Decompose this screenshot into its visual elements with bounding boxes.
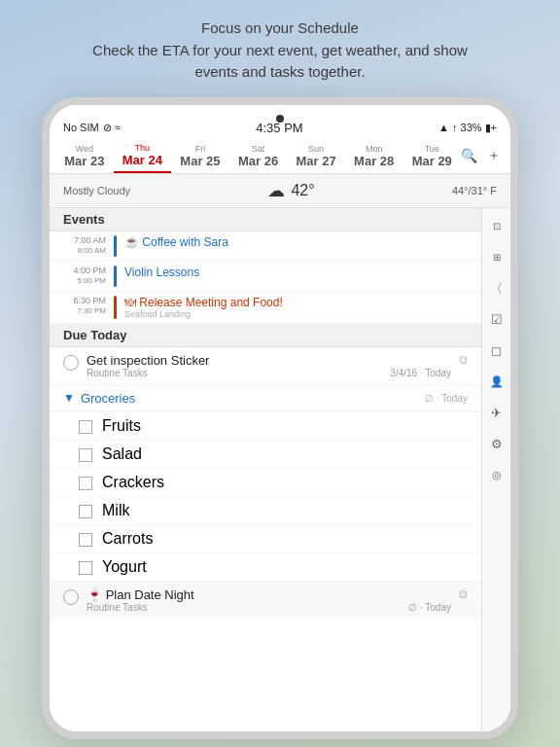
checklist-icon[interactable]: ☑: [486, 309, 508, 331]
grocery-header: ▼ Groceries ∅ · Today: [50, 385, 481, 412]
main-content: Events 7:00 AM 8:00 AM ☕ Coffee with Sar…: [50, 208, 510, 731]
event-subtitle-meeting: Seafood Landing: [124, 309, 468, 319]
wifi-icon: ⊘ ≈: [103, 122, 121, 134]
task-date-inspection: 3/4/16 · Today: [390, 368, 451, 378]
grocery-item-salad: Salad: [50, 441, 481, 469]
grocery-item-crackers: Crackers: [50, 469, 481, 497]
search-icon[interactable]: 🔍: [461, 148, 477, 163]
grocery-item-yogurt: Yogurt: [50, 553, 481, 582]
tab-mon[interactable]: Mon Mar 28: [345, 140, 403, 172]
tab-fri[interactable]: Fri Mar 25: [171, 140, 229, 172]
event-details-coffee: ☕ Coffee with Sara: [124, 235, 468, 249]
grocery-label-carrots: Carrots: [102, 530, 153, 548]
task-meta-plan-date: Routine Tasks ∅ · Today: [87, 602, 451, 613]
copy-icon: ⧉: [459, 353, 468, 367]
task-title-inspection: Get inspection Sticker: [87, 353, 451, 368]
cloud-icon: ☁: [267, 180, 285, 201]
checkbox-crackers[interactable]: [79, 477, 92, 490]
copy-icon-plan: ⧉: [459, 587, 468, 601]
carrier-label: No SIM: [63, 122, 99, 133]
event-bar-coffee: [114, 235, 117, 257]
expand-icon[interactable]: ⊡: [486, 216, 508, 237]
event-violin: 4:00 PM 5:00 PM Violin Lessons: [50, 262, 481, 292]
battery-pct: 33%: [461, 122, 482, 133]
event-time-coffee: 7:00 AM 8:00 AM: [63, 235, 106, 257]
temperature: 42°: [291, 182, 314, 199]
battery-icon: ▮+: [485, 122, 497, 134]
promo-line3: events and tasks together.: [194, 63, 365, 80]
grocery-label-milk: Milk: [102, 502, 129, 519]
task-circle-plan-date[interactable]: [63, 589, 79, 605]
grocery-label-salad: Salad: [102, 445, 142, 463]
event-meeting: 6:30 PM 7:30 PM 🍽 Release Meeting and Fo…: [50, 292, 481, 324]
event-coffee: 7:00 AM 8:00 AM ☕ Coffee with Sara: [50, 231, 481, 262]
event-title-meeting: 🍽 Release Meeting and Food!: [124, 296, 468, 309]
event-details-meeting: 🍽 Release Meeting and Food! Seafood Land…: [124, 296, 468, 319]
task-plan-date: 🍷 Plan Date Night Routine Tasks ∅ · Toda…: [50, 582, 481, 619]
weather-bar: Mostly Cloudy ☁ 42° 44°/31° F: [50, 174, 510, 208]
settings-icon[interactable]: ⚙: [486, 434, 508, 455]
grocery-label-crackers: Crackers: [102, 474, 164, 491]
checkbox-salad[interactable]: [79, 448, 92, 462]
tab-actions: 🔍 ＋: [461, 147, 505, 164]
grocery-meta: ∅ · Today: [425, 393, 468, 404]
status-left: No SIM ⊘ ≈: [63, 122, 121, 134]
promo-section: Focus on your Schedule Check the ETA for…: [63, 0, 497, 97]
promo-line1: Focus on your Schedule: [201, 19, 359, 36]
tab-thu[interactable]: Thu Mar 24: [114, 139, 172, 173]
promo-line2: Check the ETA for your next event, get w…: [92, 42, 468, 58]
task-meta-inspection: Routine Tasks 3/4/16 · Today: [87, 368, 451, 378]
status-right: ▲ ↑ 33% ▮+: [438, 122, 497, 134]
event-details-violin: Violin Lessons: [124, 266, 468, 279]
grocery-item-fruits: Fruits: [50, 412, 481, 441]
task-details-plan-date: 🍷 Plan Date Night Routine Tasks ∅ · Toda…: [87, 587, 451, 613]
task-inspection: Get inspection Sticker Routine Tasks 3/4…: [50, 347, 481, 385]
sync-icon[interactable]: ◎: [486, 465, 508, 486]
event-title-violin: Violin Lessons: [124, 266, 468, 279]
note-icon[interactable]: ◻: [486, 340, 508, 362]
add-event-icon[interactable]: ＋: [487, 147, 501, 164]
checkbox-milk[interactable]: [79, 505, 92, 518]
grocery-item-carrots: Carrots: [50, 525, 481, 553]
task-title-plan-date: 🍷 Plan Date Night: [87, 587, 451, 602]
event-bar-violin: [114, 266, 117, 287]
contact-icon[interactable]: 👤: [486, 372, 508, 393]
grocery-title[interactable]: Groceries: [81, 391, 135, 406]
side-toolbar: ⊡ ⊞ 〈 ☑ ◻ 👤 ✈ ⚙ ◎: [481, 208, 510, 731]
event-title-coffee: ☕ Coffee with Sara: [124, 235, 468, 249]
day-tabs: Wed Mar 23 Thu Mar 24 Fri Mar 25 Sat Mar…: [50, 139, 510, 174]
checkbox-fruits[interactable]: [79, 420, 92, 434]
device-frame: No SIM ⊘ ≈ 4:35 PM ▲ ↑ 33% ▮+ Wed Mar 23…: [42, 97, 518, 739]
weather-condition: Mostly Cloudy: [63, 185, 130, 196]
tab-wed[interactable]: Wed Mar 23: [55, 140, 114, 172]
back-icon[interactable]: 〈: [486, 278, 508, 300]
tab-tue[interactable]: Tue Mar 29: [402, 140, 461, 172]
temp-range: 44°/31° F: [452, 185, 497, 196]
time-label: 4:35 PM: [256, 121, 302, 135]
grocery-label-fruits: Fruits: [102, 417, 141, 435]
task-circle-inspection[interactable]: [63, 355, 79, 371]
event-time-violin: 4:00 PM 5:00 PM: [63, 266, 106, 287]
grid-icon[interactable]: ⊞: [486, 247, 508, 268]
camera-dot: [276, 115, 284, 123]
events-header: Events: [50, 208, 481, 231]
task-date-plan-date: ∅ · Today: [408, 602, 451, 613]
collapse-groceries-icon[interactable]: ▼: [63, 391, 75, 405]
grocery-item-milk: Milk: [50, 497, 481, 525]
grocery-label-yogurt: Yogurt: [102, 558, 147, 576]
checkbox-yogurt[interactable]: [79, 561, 92, 575]
content-area: Events 7:00 AM 8:00 AM ☕ Coffee with Sar…: [50, 208, 481, 731]
airplane-icon[interactable]: ✈: [486, 403, 508, 424]
tasks-header: Due Today: [50, 324, 481, 347]
task-list-inspection: Routine Tasks: [87, 368, 148, 378]
task-details-inspection: Get inspection Sticker Routine Tasks 3/4…: [87, 353, 451, 378]
event-time-meeting: 6:30 PM 7:30 PM: [63, 296, 106, 317]
checkbox-carrots[interactable]: [79, 533, 92, 547]
tab-sat[interactable]: Sat Mar 26: [229, 140, 288, 172]
weather-temp-area: ☁ 42°: [267, 180, 314, 201]
tab-sun[interactable]: Sun Mar 27: [287, 140, 345, 172]
signal-icon: ▲ ↑: [438, 122, 457, 133]
event-bar-meeting: [114, 296, 117, 319]
task-list-plan-date: Routine Tasks: [87, 602, 148, 613]
